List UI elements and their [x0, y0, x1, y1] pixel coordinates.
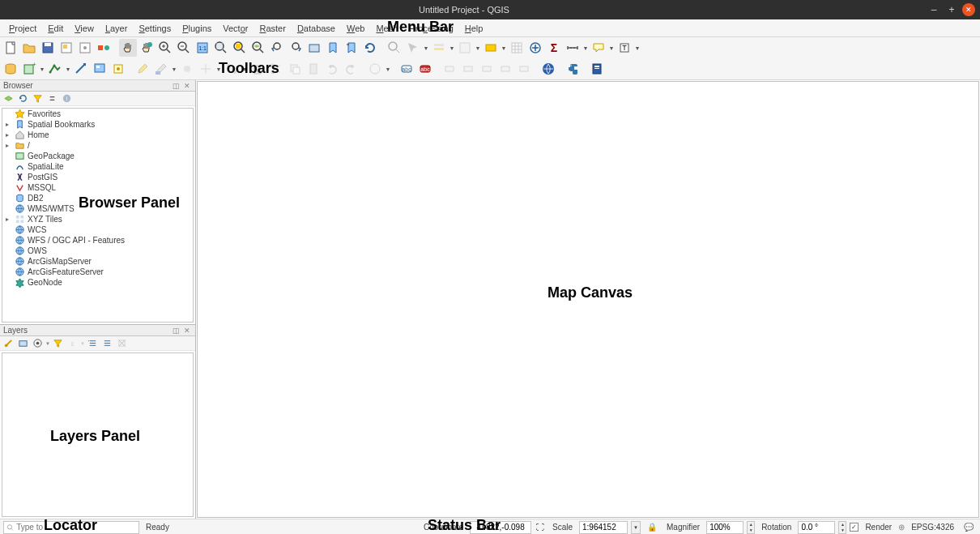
select-by-expression-button[interactable]	[482, 39, 500, 57]
tree-item-wms-wmts[interactable]: WMS/WMTS	[2, 203, 193, 214]
menu-layer[interactable]: Layer	[100, 22, 134, 35]
show-bookmarks-button[interactable]	[343, 39, 360, 57]
open-project-button[interactable]	[20, 39, 38, 57]
tree-item-wfs-ogc-api-features[interactable]: WFS / OGC API - Features	[2, 235, 193, 246]
maptips-dropdown[interactable]: ▼	[608, 45, 615, 51]
digitize-dropdown[interactable]: ▼	[385, 66, 391, 72]
menu-project[interactable]: Project	[3, 22, 42, 35]
add-feature-button[interactable]	[178, 60, 196, 78]
magnifier-input[interactable]	[706, 521, 744, 534]
tree-item-xyz-tiles[interactable]: ▸XYZ Tiles	[2, 214, 193, 224]
expander-icon[interactable]: ▸	[6, 142, 12, 149]
save-edits-dropdown[interactable]: ▼	[171, 66, 177, 72]
rotate-label-button[interactable]	[496, 60, 514, 78]
save-edits-button[interactable]	[152, 60, 170, 78]
menu-mesh[interactable]: Mesh	[370, 22, 403, 35]
zoom-last-button[interactable]	[268, 39, 286, 57]
tree-item-postgis[interactable]: PostGIS	[2, 172, 193, 182]
new-memory-button[interactable]	[109, 60, 127, 78]
tree-item-geopackage[interactable]: GeoPackage	[2, 151, 193, 161]
vertex-tool-dropdown[interactable]: ▼	[241, 66, 248, 72]
expander-icon[interactable]: ▸	[6, 121, 12, 128]
coordinate-input[interactable]	[470, 521, 531, 534]
tree-item-wcs[interactable]: WCS	[2, 224, 193, 235]
add-layer-dropdown[interactable]: ▼	[65, 66, 71, 72]
new-bookmark-button[interactable]	[324, 39, 342, 57]
tree-item-spatial-bookmarks[interactable]: ▸Spatial Bookmarks	[2, 119, 193, 130]
menu-plugins[interactable]: Plugins	[177, 22, 217, 35]
pan-to-selection-button[interactable]	[138, 39, 156, 57]
show-labels-button[interactable]	[459, 60, 477, 78]
expand-all-icon[interactable]	[86, 337, 99, 350]
layer-style-icon[interactable]	[2, 337, 15, 350]
scale-input[interactable]	[579, 521, 628, 534]
annotation-button[interactable]: T	[616, 39, 633, 57]
add-group-icon[interactable]	[16, 337, 29, 350]
measure-button[interactable]	[564, 39, 582, 57]
label-button[interactable]: abc	[398, 60, 415, 78]
select-by-expression-dropdown[interactable]: ▼	[501, 45, 507, 51]
tree-item-favorites[interactable]: Favorites	[2, 109, 193, 119]
layers-close-button[interactable]: ✕	[182, 326, 192, 335]
crs-icon[interactable]: ⊕	[898, 523, 905, 532]
messages-icon[interactable]: 💬	[961, 523, 977, 532]
filter-by-expr-icon[interactable]: ε	[66, 337, 79, 350]
undo-button[interactable]	[323, 60, 341, 78]
menu-edit[interactable]: Edit	[42, 22, 69, 35]
scale-dropdown[interactable]: ▼	[631, 521, 641, 534]
change-label-button[interactable]	[515, 60, 533, 78]
maptips-button[interactable]	[590, 39, 607, 57]
refresh-button[interactable]	[361, 39, 379, 57]
new-project-button[interactable]	[2, 39, 19, 57]
cut-button[interactable]	[267, 60, 285, 78]
remove-layer-icon[interactable]	[115, 337, 128, 350]
delete-selected-button[interactable]	[249, 60, 266, 78]
layout-manager-button[interactable]	[76, 39, 94, 57]
layers-undock-button[interactable]: ◫	[171, 326, 181, 335]
data-source-manager-button[interactable]	[2, 60, 19, 78]
tree-item-ows[interactable]: OWS	[2, 246, 193, 256]
filter-icon[interactable]	[31, 92, 44, 105]
zoom-out-button[interactable]	[175, 39, 193, 57]
measure-dropdown[interactable]: ▼	[582, 45, 589, 51]
paste-button[interactable]	[305, 60, 322, 78]
locator[interactable]	[3, 521, 139, 534]
filter-legend-icon[interactable]	[51, 337, 64, 350]
attribute-table-button[interactable]	[508, 39, 526, 57]
expander-icon[interactable]: ▸	[6, 131, 12, 139]
close-button[interactable]: ✕	[962, 3, 975, 16]
tree-item-arcgisfeatureserver[interactable]: ArcGisFeatureServer	[2, 267, 193, 277]
properties-icon[interactable]: i	[60, 92, 73, 105]
minimize-button[interactable]: –	[927, 2, 941, 17]
tree-item-spatialite[interactable]: SpatiaLite	[2, 161, 193, 172]
pan-button[interactable]	[119, 39, 137, 57]
redo-button[interactable]	[342, 60, 360, 78]
add-layer-icon[interactable]	[2, 92, 15, 105]
crs-label[interactable]: EPSG:4326	[908, 523, 957, 532]
select-by-value-button[interactable]	[430, 39, 448, 57]
expander-icon[interactable]: ▸	[6, 216, 12, 223]
add-vector-button[interactable]	[46, 60, 64, 78]
rotation-spinner[interactable]: ▲▼	[838, 521, 846, 534]
deselect-button[interactable]	[456, 39, 474, 57]
menu-settings[interactable]: Settings	[133, 22, 177, 35]
select-dropdown[interactable]: ▼	[423, 45, 429, 51]
move-feature-dropdown[interactable]: ▼	[215, 66, 222, 72]
tree-item-mssql[interactable]: MSSQL	[2, 182, 193, 193]
render-checkbox[interactable]: ✓	[850, 523, 859, 532]
identify-button[interactable]	[386, 39, 403, 57]
extents-icon[interactable]: ⛶	[535, 523, 546, 532]
layers-tree[interactable]: Layers Panel	[2, 352, 194, 517]
menu-view[interactable]: View	[69, 22, 100, 35]
metasearch-button[interactable]	[539, 60, 557, 78]
deselect-dropdown[interactable]: ▼	[475, 45, 481, 51]
zoom-native-button[interactable]: 1:1	[194, 39, 211, 57]
field-calculator-button[interactable]	[526, 39, 544, 57]
zoom-to-selection-button[interactable]	[231, 39, 249, 57]
menu-web[interactable]: Web	[341, 22, 370, 35]
lock-scale-icon[interactable]: 🔒	[644, 523, 660, 532]
collapse-all-icon[interactable]	[45, 92, 58, 105]
tree-item-geonode[interactable]: GeoNode	[2, 277, 193, 288]
refresh-icon[interactable]	[16, 92, 29, 105]
select-by-value-dropdown[interactable]: ▼	[449, 45, 455, 51]
